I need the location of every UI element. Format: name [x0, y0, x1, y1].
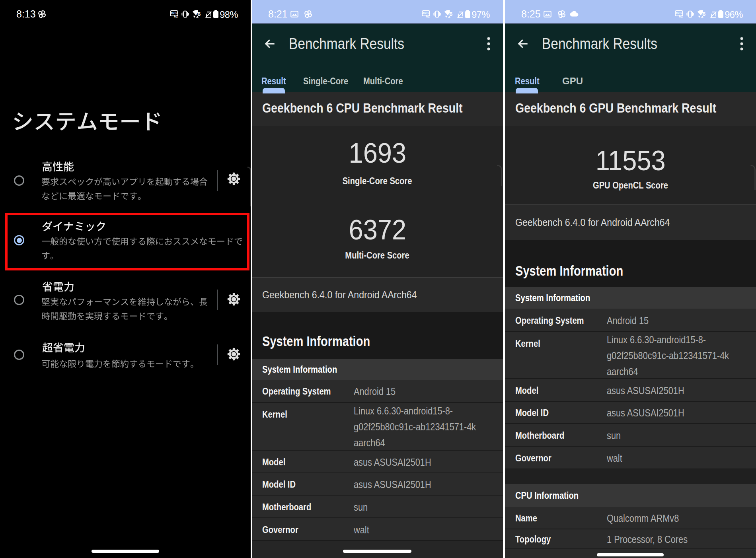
svg-text:6: 6 — [197, 11, 201, 17]
svg-text:6: 6 — [449, 11, 452, 17]
svg-text:6: 6 — [702, 11, 705, 17]
